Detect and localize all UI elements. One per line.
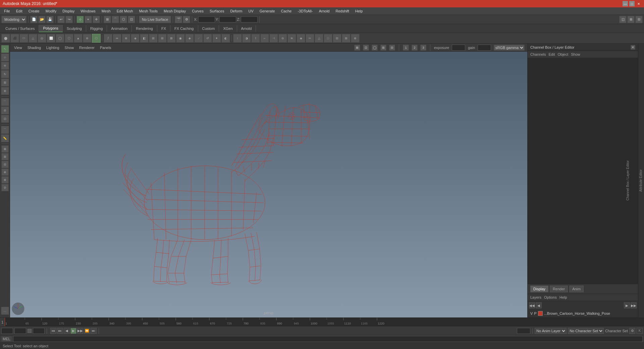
menu-redshift[interactable]: Redshift xyxy=(333,8,352,14)
tab-sculpting[interactable]: Sculpting xyxy=(63,25,86,32)
snap-point-button[interactable]: ⊡ xyxy=(128,16,135,23)
no-live-surface-button[interactable]: No Live Surface xyxy=(139,16,171,23)
plane-icon[interactable]: ⬜ xyxy=(47,34,55,43)
paint-select-tool[interactable]: ⊹ xyxy=(1,53,9,61)
layer-back-btn[interactable]: ◀ xyxy=(536,302,542,308)
snap-grid-button[interactable]: ⊞ xyxy=(104,16,111,23)
menu-3dtoall[interactable]: -3DToAll- xyxy=(295,8,315,14)
spin-edge-icon[interactable]: ↺ xyxy=(203,34,212,43)
z-coord-input[interactable] xyxy=(241,16,258,22)
combine-icon[interactable]: ⊕ xyxy=(351,34,360,43)
pyramid-icon[interactable]: ▲ xyxy=(74,34,83,43)
gamma-select[interactable]: sRGB gamma xyxy=(494,45,525,51)
move-tool-button[interactable]: ✛ xyxy=(93,16,100,23)
left-square-icon5[interactable]: ⊗ xyxy=(1,176,9,184)
tab-custom[interactable]: Custom xyxy=(198,25,219,32)
cylinder-icon[interactable]: ⬭ xyxy=(19,34,28,43)
tab-xgen[interactable]: XGen xyxy=(219,25,237,32)
fill2-icon[interactable]: ⊟ xyxy=(333,34,341,43)
mel-label[interactable]: MEL xyxy=(1,336,12,342)
play-end-button[interactable]: ⏭ xyxy=(91,328,97,334)
context-btn[interactable]: … xyxy=(1,307,9,315)
normals-icon[interactable]: ↑ xyxy=(233,34,242,43)
lasso-tool-button[interactable]: ⌖ xyxy=(85,16,92,23)
layer-rewind-btn[interactable]: ◀◀ xyxy=(529,302,535,308)
menu-edit-mesh[interactable]: Edit Mesh xyxy=(114,8,136,14)
left-square-icon6[interactable]: ⊘ xyxy=(1,184,9,191)
lo-help-tab[interactable]: Help xyxy=(559,295,567,299)
helix-icon[interactable]: ⊛ xyxy=(83,34,92,43)
sculpt-tool[interactable]: ⊘ xyxy=(1,106,9,114)
poke-icon[interactable]: ✦ xyxy=(212,34,221,43)
cleanup-icon[interactable]: ✂ xyxy=(306,34,314,43)
cube-icon[interactable]: ⬛ xyxy=(10,34,19,43)
viewport-canvas[interactable]: persp xyxy=(10,52,527,317)
vp-cam-icon3[interactable]: ◯ xyxy=(372,45,378,51)
detach-icon[interactable]: ⊠ xyxy=(167,34,176,43)
menu-modify[interactable]: Modify xyxy=(43,8,59,14)
anim-start-input[interactable]: 1 xyxy=(1,328,13,334)
menu-display[interactable]: Display xyxy=(60,8,77,14)
y-coord-input[interactable] xyxy=(219,16,236,22)
collapse-icon[interactable]: ◈ xyxy=(185,34,194,43)
gain-input[interactable]: 1.00 xyxy=(478,45,491,51)
vp-cam-icon5[interactable]: ⊟ xyxy=(389,45,395,51)
layer-row[interactable]: V P ...Brown_Cartoon_Horse_Walking_Pose xyxy=(528,310,638,317)
vp-cam-icon4[interactable]: ⊞ xyxy=(380,45,386,51)
soccer-ball-icon[interactable]: ⬡ xyxy=(92,34,101,43)
menu-cache[interactable]: Cache xyxy=(278,8,294,14)
wedge2-icon[interactable]: ◐ xyxy=(221,34,230,43)
tab-rigging[interactable]: Rigging xyxy=(86,25,107,32)
x-coord-input[interactable] xyxy=(198,16,215,22)
menu-edit[interactable]: Edit xyxy=(13,8,25,14)
lo-options-tab[interactable]: Options xyxy=(544,295,557,299)
tab-polygons[interactable]: Polygons xyxy=(39,25,62,32)
scale-tool[interactable]: ⊞ xyxy=(1,79,9,87)
boolean-icon[interactable]: ⊖ xyxy=(278,34,287,43)
connect-icon[interactable]: ⊞ xyxy=(158,34,167,43)
tb-icon1[interactable]: ◫ xyxy=(619,16,627,23)
softhard-icon[interactable]: ◑ xyxy=(242,34,251,43)
menu-arnold[interactable]: Arnold xyxy=(316,8,332,14)
step-forward-button[interactable]: ▶▶ xyxy=(77,328,83,334)
tab-fx-caching[interactable]: FX Caching xyxy=(170,25,198,32)
menu-mesh-display[interactable]: Mesh Display xyxy=(161,8,189,14)
menu-uv[interactable]: UV xyxy=(246,8,256,14)
snap-curve-button[interactable]: ⌒ xyxy=(112,16,119,23)
maximize-button[interactable]: □ xyxy=(629,1,635,6)
new-file-button[interactable]: 📄 xyxy=(30,16,38,23)
bevel-icon[interactable]: ⌐ xyxy=(260,34,269,43)
vp-quality1[interactable]: 1 xyxy=(403,45,409,51)
workspace-dropdown[interactable]: Modeling xyxy=(1,16,26,23)
left-square-icon2[interactable]: ⊞ xyxy=(1,153,9,160)
rotate-tool[interactable]: ↻ xyxy=(1,70,9,78)
cb-tab-edit[interactable]: Edit xyxy=(548,52,555,56)
menu-deform[interactable]: Deform xyxy=(227,8,245,14)
universal-manip-tool[interactable]: ⊛ xyxy=(1,87,9,95)
mirror-icon[interactable]: ⊣ xyxy=(269,34,278,43)
left-square-icon3[interactable]: ⊟ xyxy=(1,161,9,168)
cb-close-btn[interactable]: ✕ xyxy=(631,45,635,50)
bridge-icon[interactable]: ⇔ xyxy=(113,34,121,43)
menu-mesh[interactable]: Mesh xyxy=(99,8,113,14)
dra-display-tab[interactable]: Display xyxy=(530,286,548,292)
crease-icon[interactable]: ⌇ xyxy=(251,34,260,43)
menu-generate[interactable]: Generate xyxy=(257,8,278,14)
step-back-button[interactable]: ◀ xyxy=(64,328,70,334)
prev-key-button[interactable]: ⏮ xyxy=(50,328,56,334)
extrude-icon[interactable]: ⤴ xyxy=(104,34,112,43)
duplicate-face-icon[interactable]: ⊞ xyxy=(149,34,158,43)
select-tool-button[interactable]: ⊹ xyxy=(76,16,84,23)
tb-icon3[interactable]: ⊟ xyxy=(635,16,643,23)
tab-arnold-tab[interactable]: Arnold xyxy=(237,25,256,32)
lo-layers-tab[interactable]: Layers xyxy=(530,295,541,299)
prism-icon[interactable]: ⬡ xyxy=(65,34,73,43)
vp-panels-menu[interactable]: Panels xyxy=(99,45,113,50)
vp-quality2[interactable]: 2 xyxy=(412,45,418,51)
cb-tab-object[interactable]: Object xyxy=(557,52,568,56)
anim-end2-input[interactable]: 200 xyxy=(517,328,530,334)
auto-key-btn[interactable]: K xyxy=(637,328,643,334)
move-tool-left[interactable]: ✛ xyxy=(1,62,9,70)
vp-quality3[interactable]: 3 xyxy=(420,45,426,51)
undo-button[interactable]: ↩ xyxy=(57,16,65,23)
